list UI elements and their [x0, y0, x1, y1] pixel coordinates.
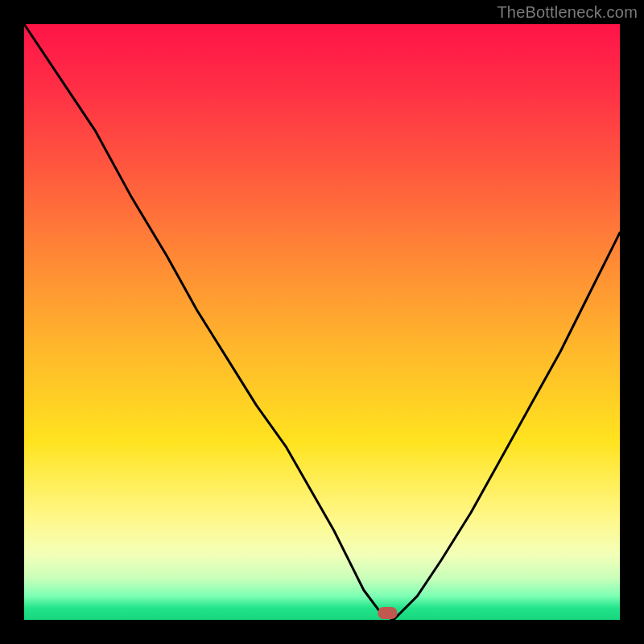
chart-frame: TheBottleneck.com	[0, 0, 644, 644]
optimal-point-marker	[378, 607, 397, 619]
watermark-text: TheBottleneck.com	[497, 3, 638, 22]
plot-svg	[24, 24, 620, 620]
plot-area	[24, 24, 620, 620]
bottleneck-curve	[24, 24, 620, 620]
